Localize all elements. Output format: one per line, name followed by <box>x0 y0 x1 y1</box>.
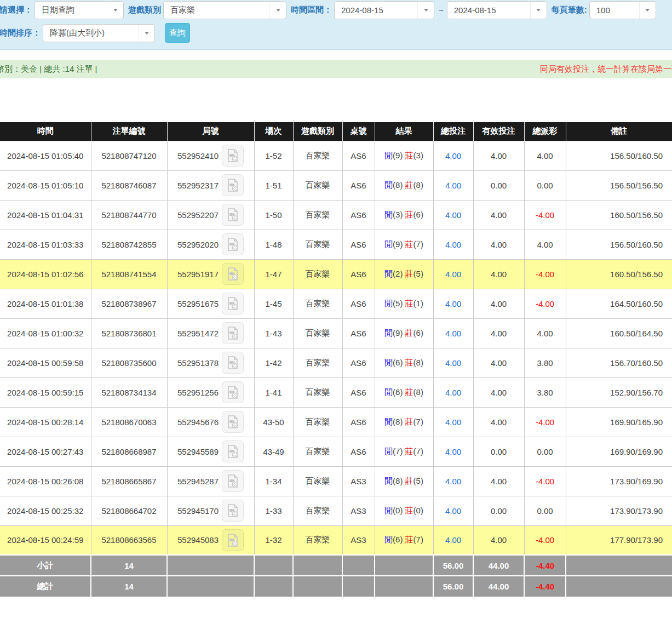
cell-table-no: AS6 <box>342 170 375 200</box>
video-replay-button[interactable] <box>222 529 244 551</box>
banker-label: 莊 <box>405 328 413 337</box>
video-replay-icon <box>226 178 239 192</box>
cell-remark: 160.50/156.50 <box>566 259 672 289</box>
footer-empty-result <box>375 555 433 576</box>
cell-table-no: AS6 <box>342 407 375 437</box>
video-replay-button[interactable] <box>222 233 244 255</box>
table-row: 2024-08-15 00:24:59521808663565552945083… <box>0 525 672 555</box>
date-range-separator: ~ <box>439 5 444 15</box>
cell-bet-id: 521808741554 <box>91 259 167 289</box>
video-replay-button[interactable] <box>222 381 244 403</box>
game-type-label: 遊戲類別 <box>128 5 161 15</box>
cell-table-no: AS3 <box>342 496 375 525</box>
video-replay-button[interactable] <box>222 174 244 196</box>
cell-total-bet[interactable]: 4.00 <box>433 437 473 466</box>
cell-total-bet[interactable]: 4.00 <box>433 259 473 289</box>
cell-bet-id: 521808668987 <box>91 437 167 466</box>
cell-time: 2024-08-15 00:28:14 <box>0 407 91 437</box>
cell-bet-id: 521808747120 <box>91 141 167 170</box>
cell-payout: 0.00 <box>524 496 566 525</box>
table-row: 2024-08-15 01:05:40521808747120552952410… <box>0 141 672 170</box>
cell-remark: 164.50/160.50 <box>566 289 672 318</box>
video-replay-icon <box>226 267 239 281</box>
video-replay-icon <box>226 208 239 222</box>
column-header-1: 注單編號 <box>91 122 167 141</box>
video-replay-button[interactable] <box>222 470 244 492</box>
column-header-6: 結果 <box>375 122 433 141</box>
cell-session: 1-41 <box>254 377 293 407</box>
column-header-0: 時間 <box>0 122 91 141</box>
cell-time: 2024-08-15 01:03:33 <box>0 230 91 259</box>
table-header: 時間注單編號局號場次遊戲類別桌號結果總投注有效投注總派彩備註 <box>0 122 672 141</box>
cell-time: 2024-08-15 00:27:43 <box>0 437 91 466</box>
footer-total-bet: 56.00 <box>433 576 473 597</box>
cell-total-bet[interactable]: 4.00 <box>433 170 473 200</box>
player-label: 閒 <box>384 417 393 426</box>
sort-dropdown[interactable]: 降冪(由大到小) <box>43 24 155 42</box>
time-range-label: 時間區間： <box>291 5 332 15</box>
video-replay-button[interactable] <box>222 500 244 522</box>
cell-total-bet[interactable]: 4.00 <box>433 230 473 259</box>
player-label: 閒 <box>384 210 393 219</box>
cell-session: 1-45 <box>254 289 293 318</box>
footer-empty-round <box>167 576 254 597</box>
query-button[interactable]: 查詢 <box>165 23 190 43</box>
video-replay-button[interactable] <box>222 204 244 226</box>
cell-table-no: AS6 <box>342 289 375 318</box>
bet-history-table: 時間注單編號局號場次遊戲類別桌號結果總投注有效投注總派彩備註 2024-08-1… <box>0 122 672 597</box>
cell-result: 閒(5) 莊(1) <box>375 289 433 318</box>
banker-label: 莊 <box>405 506 413 515</box>
cell-total-bet[interactable]: 4.00 <box>433 377 473 407</box>
video-replay-button[interactable] <box>222 263 244 285</box>
page-size-label: 每頁筆數: <box>552 5 587 15</box>
page-size-dropdown[interactable]: 100 <box>589 1 656 19</box>
date-to-picker[interactable]: 2024-08-15 <box>447 1 547 19</box>
grand-total-row: 總計1456.0044.00-4.40 <box>0 576 672 597</box>
cell-total-bet[interactable]: 4.00 <box>433 348 473 377</box>
video-replay-button[interactable] <box>222 293 244 314</box>
cell-game-type: 百家樂 <box>293 466 342 496</box>
cell-remark: 156.50/156.50 <box>566 170 672 200</box>
cell-valid-bet: 4.00 <box>473 230 524 259</box>
cell-total-bet[interactable]: 4.00 <box>433 496 473 525</box>
cell-remark: 173.90/169.90 <box>566 466 672 496</box>
cell-game-type: 百家樂 <box>293 437 342 466</box>
player-label: 閒 <box>384 151 393 160</box>
chevron-down-icon <box>417 2 434 19</box>
cell-bet-id: 521808664702 <box>91 496 167 525</box>
player-label: 閒 <box>384 299 393 308</box>
cell-total-bet[interactable]: 4.00 <box>433 318 473 348</box>
cell-total-bet[interactable]: 4.00 <box>433 200 473 230</box>
cell-time: 2024-08-15 01:02:56 <box>0 259 91 289</box>
cell-total-bet[interactable]: 4.00 <box>433 407 473 437</box>
player-label: 閒 <box>384 328 393 337</box>
cell-payout: -4.00 <box>524 259 566 289</box>
column-header-2: 局號 <box>167 122 254 141</box>
video-replay-button[interactable] <box>222 440 244 462</box>
select-type-dropdown[interactable]: 日期查詢 <box>35 1 124 19</box>
cell-total-bet[interactable]: 4.00 <box>433 141 473 170</box>
cell-total-bet[interactable]: 4.00 <box>433 289 473 318</box>
video-replay-button[interactable] <box>222 411 244 433</box>
footer-empty-remark <box>566 576 672 597</box>
cell-bet-id: 521808663565 <box>91 525 167 555</box>
cell-session: 43-49 <box>254 437 293 466</box>
cell-round-id: 552945170 <box>167 496 254 525</box>
table-row: 2024-08-15 01:01:38521808738967552951675… <box>0 289 672 318</box>
cell-remark: 156.50/160.50 <box>566 230 672 259</box>
table-row: 2024-08-15 01:00:32521808736801552951472… <box>0 318 672 348</box>
column-header-4: 遊戲類別 <box>293 122 342 141</box>
cell-table-no: AS3 <box>342 525 375 555</box>
cell-total-bet[interactable]: 4.00 <box>433 525 473 555</box>
game-type-dropdown[interactable]: 百家樂 <box>163 1 286 19</box>
cell-total-bet[interactable]: 4.00 <box>433 466 473 496</box>
cell-table-no: AS6 <box>342 141 375 170</box>
footer-empty-remark <box>566 555 672 576</box>
video-replay-button[interactable] <box>222 352 244 374</box>
cell-valid-bet: 4.00 <box>473 141 524 170</box>
video-replay-button[interactable] <box>222 145 244 167</box>
date-from-picker[interactable]: 2024-08-15 <box>334 1 434 19</box>
cell-game-type: 百家樂 <box>293 200 342 230</box>
cell-payout: 3.80 <box>524 377 566 407</box>
video-replay-button[interactable] <box>222 322 244 344</box>
